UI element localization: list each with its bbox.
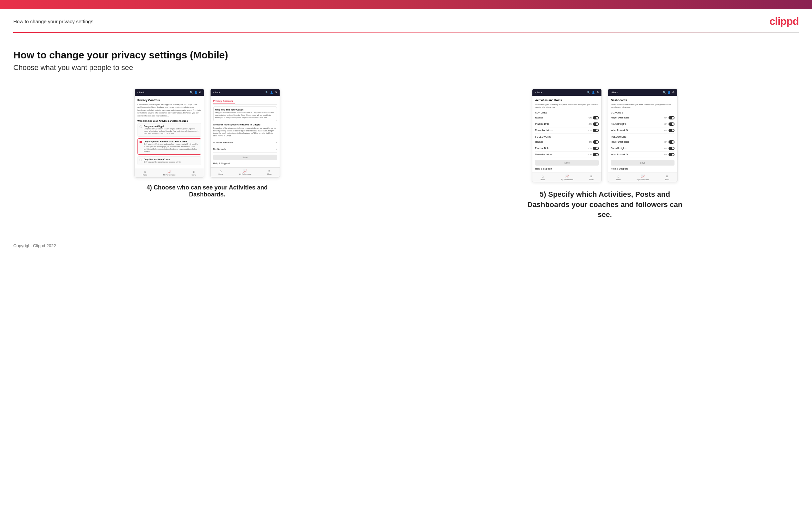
save-button-3[interactable]: Save — [535, 160, 599, 166]
profile-icon-4[interactable]: 👤 — [667, 91, 670, 94]
tab-performance-1[interactable]: 📈 My Performance — [163, 170, 176, 176]
settings-icon-4[interactable]: ⚙ — [672, 91, 674, 94]
settings-icon-1[interactable]: ⚙ — [199, 91, 201, 94]
toggle-switch-coaches-rounds[interactable] — [593, 116, 599, 119]
search-icon-1[interactable]: 🔍 — [190, 91, 193, 94]
menu-row-dashboards[interactable]: Dashboards › — [213, 146, 277, 153]
show-hide-title: Show or hide specific features in Clippd — [213, 123, 277, 126]
menu-label-activities: Activities and Posts — [213, 142, 234, 144]
back-button-3[interactable]: ‹ Back — [535, 91, 542, 94]
toggle-followers-player-dash: Player Dashboard ON — [611, 139, 674, 145]
toggle-followers-rounds: Rounds ON — [535, 139, 599, 145]
search-icon-2[interactable]: 🔍 — [265, 91, 268, 94]
copyright: Copyright Clippd 2022 — [13, 243, 56, 248]
toggle-switch-followers-work-on[interactable] — [668, 153, 674, 156]
toggle-switch-coaches-work-on[interactable] — [668, 129, 674, 132]
option-desc: Only you and the coaches you connect wit… — [215, 111, 275, 119]
screenshot-pair-1: ‹ Back 🔍 👤 ⚙ Privacy Controls Control ho… — [13, 89, 401, 177]
radio-label-youcoach: Only You and Your Coach — [144, 158, 181, 161]
toggle-switch-coaches-drills[interactable] — [593, 122, 599, 126]
back-button-4[interactable]: ‹ Back — [611, 91, 618, 94]
tab-performance-4[interactable]: 📈 My Performance — [637, 174, 649, 180]
screenshot-pair-2: ‹ Back 🔍 👤 ⚙ Activities and Posts Select… — [411, 89, 799, 182]
nav-icons-1: 🔍 👤 ⚙ — [190, 91, 201, 94]
menu-row-activities[interactable]: Activities and Posts › — [213, 139, 277, 146]
tab-menu-1[interactable]: ≡ Menu — [192, 170, 196, 176]
toggle-right-8: ON — [664, 122, 674, 126]
nav-bar-1: ‹ Back 🔍 👤 ⚙ — [135, 89, 204, 96]
tab-menu-4[interactable]: ≡ Menu — [665, 174, 669, 180]
caption-1: 4) Choose who can see your Activities an… — [144, 184, 270, 198]
back-button-2[interactable]: ‹ Back — [213, 91, 220, 94]
toggle-switch-followers-drills[interactable] — [593, 147, 599, 150]
tab-menu-2[interactable]: ≡ Menu — [267, 169, 272, 175]
toggle-label-coaches-player-dash: Player Dashboard — [611, 116, 629, 119]
chevron-right-activities: › — [276, 141, 277, 144]
radio-content-everyone: Everyone on Clippd Everyone on Clippd ca… — [144, 125, 199, 135]
bottom-bar-4: ⌂ Home 📈 My Performance ≡ Menu — [608, 173, 677, 182]
tab-home-2[interactable]: ⌂ Home — [218, 169, 223, 175]
toggle-label-followers-drills: Practice Drills — [535, 147, 549, 149]
dashboards-title: Dashboards — [611, 99, 674, 102]
tab-performance-3[interactable]: 📈 My Performance — [561, 174, 573, 180]
radio-item-followers[interactable]: Only Approved Followers and Your Coach O… — [138, 138, 201, 155]
privacy-tab-bar: Privacy Controls — [213, 99, 277, 105]
page-breadcrumb: How to change your privacy settings — [13, 18, 93, 24]
toggle-right-9: ON — [664, 129, 674, 132]
menu-label-dashboards: Dashboards — [213, 148, 226, 150]
toggle-switch-followers-round-insights[interactable] — [668, 147, 674, 150]
toggle-switch-coaches-player-dash[interactable] — [668, 116, 674, 119]
toggle-coaches-round-insights: Round Insights ON — [611, 121, 674, 127]
toggle-coaches-work-on: What To Work On ON — [611, 127, 674, 134]
followers-header-3: FOLLOWERS — [535, 136, 599, 138]
footer: Copyright Clippd 2022 — [0, 233, 812, 258]
toggle-label-coaches-manual: Manual Activities — [535, 129, 552, 131]
tab-menu-3[interactable]: ≡ Menu — [589, 174, 594, 180]
help-support-2: Help & Support — [213, 162, 277, 165]
radio-item-youcoach[interactable]: Only You and Your Coach Only you and the… — [138, 156, 201, 165]
nav-icons-2: 🔍 👤 ⚙ — [265, 91, 277, 94]
tab-performance-2[interactable]: 📈 My Performance — [239, 169, 251, 175]
tab-home-3[interactable]: ⌂ Home — [540, 174, 545, 180]
option-box: Only You and Your Coach Only you and the… — [213, 107, 277, 121]
toggle-switch-followers-rounds[interactable] — [593, 140, 599, 144]
search-icon-3[interactable]: 🔍 — [587, 91, 590, 94]
dashboards-desc: Select the dashboards that you'd like to… — [611, 103, 674, 109]
toggle-switch-followers-manual[interactable] — [593, 153, 599, 156]
phone-screen-2: ‹ Back 🔍 👤 ⚙ Privacy Controls Only You a… — [210, 89, 280, 177]
show-hide-desc: Regardless of the privacy controls that … — [213, 127, 277, 137]
toggle-switch-coaches-round-insights[interactable] — [668, 122, 674, 126]
radio-group-1: Everyone on Clippd Everyone on Clippd ca… — [138, 123, 201, 165]
coaches-header-3: COACHES — [535, 111, 599, 114]
tab-home-1[interactable]: ⌂ Home — [143, 170, 147, 176]
toggle-right-6: ON — [589, 153, 599, 156]
profile-icon-1[interactable]: 👤 — [194, 91, 197, 94]
toggle-right-11: ON — [664, 147, 674, 150]
privacy-controls-body: Control how you and your data appears to… — [138, 103, 201, 117]
privacy-tab-active[interactable]: Privacy Controls — [213, 99, 235, 104]
toggle-switch-followers-player-dash[interactable] — [668, 140, 674, 144]
profile-icon-3[interactable]: 👤 — [592, 91, 595, 94]
home-label-1: Home — [143, 174, 147, 176]
followers-header-4: FOLLOWERS — [611, 136, 674, 138]
radio-item-everyone[interactable]: Everyone on Clippd Everyone on Clippd ca… — [138, 123, 201, 137]
toggle-switch-coaches-manual[interactable] — [593, 129, 599, 132]
search-icon-4[interactable]: 🔍 — [663, 91, 666, 94]
back-button-1[interactable]: ‹ Back — [138, 91, 145, 94]
nav-bar-4: ‹ Back 🔍 👤 ⚙ — [608, 89, 677, 96]
settings-icon-2[interactable]: ⚙ — [275, 91, 277, 94]
screenshots-row: ‹ Back 🔍 👤 ⚙ Privacy Controls Control ho… — [13, 89, 799, 220]
settings-icon-3[interactable]: ⚙ — [597, 91, 599, 94]
toggle-coaches-player-dash: Player Dashboard ON — [611, 115, 674, 121]
page-subtitle: Choose what you want people to see — [13, 63, 799, 72]
tab-home-4[interactable]: ⌂ Home — [616, 174, 620, 180]
bottom-bar-2: ⌂ Home 📈 My Performance ≡ Menu — [211, 167, 280, 176]
save-button-4[interactable]: Save — [611, 160, 674, 166]
performance-label-1: My Performance — [163, 174, 176, 176]
option-title: Only You and Your Coach — [215, 109, 275, 111]
radio-dot-youcoach — [140, 159, 142, 161]
radio-dot-followers — [140, 141, 142, 143]
save-button-2[interactable]: Save — [213, 155, 277, 160]
radio-desc-youcoach: Only you and the coaches you connect wit… — [144, 161, 181, 163]
profile-icon-2[interactable]: 👤 — [270, 91, 273, 94]
